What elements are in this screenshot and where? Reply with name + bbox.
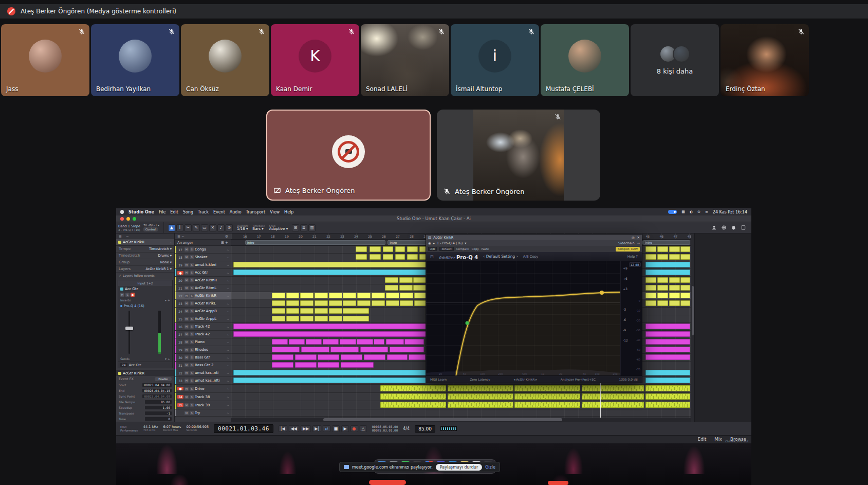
mute-button[interactable]: M	[184, 278, 189, 282]
audio-clip[interactable]	[657, 293, 668, 298]
event-inspector-header[interactable]: AcGtr KirikR	[116, 370, 174, 376]
track-lane[interactable]: Track 38Track 38Track 38Track 38Track 38	[231, 393, 691, 401]
solo-button[interactable]: S	[190, 247, 194, 252]
audio-clip[interactable]	[669, 277, 680, 283]
track-lane[interactable]: DriveDriveDriveDriveDrive	[231, 385, 691, 393]
audio-clip[interactable]: umut kas..nfti	[233, 378, 430, 383]
solo-button[interactable]: S	[190, 325, 194, 329]
close-plugin-icon[interactable]: ✕	[637, 236, 640, 240]
menu-audio[interactable]: Audio	[230, 210, 242, 214]
drag-handle-icon[interactable]: ▤	[428, 236, 431, 240]
tool-button[interactable]: ⊙	[226, 224, 233, 231]
mute-button[interactable]: M	[184, 309, 189, 313]
track-row-acgtr-kirikr[interactable]: 22MSAcGtr KirikR~	[175, 292, 231, 300]
audio-clip[interactable]	[383, 254, 393, 260]
track-list-header[interactable]: ≣ ~⚙	[175, 233, 231, 240]
help-button[interactable]: Help ?	[627, 255, 638, 259]
audio-clip[interactable]: Bass Gtr	[272, 354, 293, 360]
volume-icon[interactable]: ◐	[690, 210, 693, 214]
track-row-piano[interactable]: 28MSPiano~	[175, 338, 231, 346]
audio-clip[interactable]: Bass Gtr 2	[341, 362, 374, 368]
audio-clip[interactable]	[400, 300, 413, 306]
eq-band-node-yellow[interactable]	[600, 291, 604, 295]
audio-clip[interactable]	[669, 300, 680, 306]
audio-clip[interactable]	[645, 254, 656, 260]
stop-sharing-button[interactable]: Paylaşmayı durdur	[436, 464, 482, 471]
inspector-row[interactable]: GroupNone ▾	[116, 259, 174, 266]
fabfilter-bottom-item[interactable]: MIDI Learn	[430, 378, 447, 381]
sends-header[interactable]: Sends▾ +	[118, 356, 172, 362]
audio-clip[interactable]	[272, 308, 285, 314]
audio-clip[interactable]	[645, 293, 656, 298]
audio-clip[interactable]	[645, 285, 656, 291]
audio-clip[interactable]	[399, 285, 413, 291]
mute-button[interactable]: M	[184, 379, 189, 383]
track-row-umut-k-kleri[interactable]: 19MSumut k.kleri~	[175, 261, 231, 269]
stop-button[interactable]: ■	[332, 425, 340, 432]
audio-clip[interactable]: Piano	[306, 339, 322, 345]
audio-clip[interactable]	[395, 254, 405, 260]
hide-share-bar-button[interactable]: Gizle	[485, 465, 495, 470]
meet-control-partial[interactable]	[548, 481, 568, 485]
screen-share[interactable]: Studio OneFileEditSongTrackEventAudioTra…	[116, 208, 751, 474]
audio-clip[interactable]	[315, 308, 328, 314]
layers-follow-checkbox[interactable]: ✓ Layers follow events	[116, 273, 174, 278]
solo-button[interactable]: S	[190, 387, 194, 391]
solo-button[interactable]: S	[190, 340, 194, 344]
event-field-row[interactable]: End00025.04.04.15	[116, 388, 174, 393]
mute-button[interactable]: M	[184, 263, 189, 267]
track-row-acgtr-ritmr[interactable]: 20MSAcGtr RitmR~	[175, 277, 231, 284]
channel-fader[interactable]	[122, 310, 168, 355]
track-row-acc-gtr[interactable]: ●MSAcc Gtr~	[175, 269, 231, 277]
audio-clip[interactable]: umut k.kleri	[233, 262, 430, 267]
solo-button[interactable]: S	[190, 403, 194, 407]
audio-clip[interactable]	[680, 293, 691, 298]
audio-clip[interactable]	[657, 277, 668, 283]
vscroll-thumb[interactable]	[692, 286, 694, 335]
control-center-icon[interactable]: ≡	[705, 210, 708, 214]
tool-button[interactable]: ▲	[168, 224, 175, 231]
audio-clip[interactable]	[645, 277, 656, 283]
audio-clip[interactable]: Rhodes	[390, 347, 424, 352]
audio-clip[interactable]	[329, 308, 342, 314]
audio-clip[interactable]: Bass Gtr	[645, 354, 691, 360]
audio-clip[interactable]: Bass Gtr	[387, 354, 408, 360]
menu-studio-one[interactable]: Studio One	[128, 210, 154, 214]
fabfilter-bottom-item[interactable]: ◂ AcGtr KirikR ▸	[513, 378, 537, 381]
plugin-slot-row[interactable]: ◉ ▸ 1 - Pro-Q 4 (16)▾ Sidechain →	[426, 240, 642, 246]
audio-clip[interactable]	[386, 293, 399, 298]
audio-clip[interactable]: umut kaa günl...	[645, 270, 691, 275]
plugin-copy-button[interactable]: Copy	[472, 247, 479, 250]
audio-clip[interactable]	[329, 316, 342, 321]
inspector-row[interactable]: TimestretchDrums ▾	[116, 253, 174, 259]
audio-clip[interactable]	[669, 293, 680, 298]
fabfilter-bottom-item[interactable]: Analyzer Pre+Post+SC	[561, 378, 596, 381]
audio-clip[interactable]: Track 39	[582, 402, 644, 408]
solo-button[interactable]: S	[190, 294, 194, 298]
fabfilter-bottom-item[interactable]: Zero Latency	[470, 378, 490, 381]
record-arm-button[interactable]: ●	[131, 293, 135, 297]
participant-tile[interactable]: Bedirhan Yayılkan	[91, 24, 179, 96]
track-row-rhodes[interactable]: 29MSRhodes~	[175, 346, 231, 354]
list-view-icon[interactable]: ≣	[300, 224, 307, 231]
mute-button[interactable]: M	[184, 387, 189, 391]
meet-control-partial[interactable]	[369, 480, 406, 485]
audio-clip[interactable]	[356, 254, 367, 260]
track-row-conga[interactable]: 17MSConga~	[175, 246, 231, 254]
preset-selector[interactable]: ‹ Default Setting ›	[483, 254, 518, 259]
presentation-tile[interactable]: Ateş Berker Öngören	[266, 110, 431, 201]
audio-clip[interactable]	[286, 293, 300, 298]
audio-clip[interactable]	[286, 316, 300, 321]
audio-clip[interactable]	[386, 300, 399, 306]
participant-tile[interactable]: Mustafa ÇELEBİ	[541, 24, 629, 96]
record-button[interactable]: ●	[350, 425, 358, 432]
track-row-umut-kas-nti[interactable]: 32MSumut kas..nti~	[175, 369, 231, 377]
mute-button[interactable]: M	[184, 411, 189, 415]
plugin-slot-name[interactable]: 1 - Pro-Q 4 (16)	[437, 241, 463, 245]
audio-clip[interactable]	[343, 300, 356, 306]
play-button[interactable]: ▶	[341, 425, 348, 432]
insert-plugin-proq4[interactable]: Pro-Q 4 (16)	[118, 303, 172, 309]
menu-view[interactable]: View	[270, 210, 280, 214]
screen-recording-indicator[interactable]	[668, 210, 677, 214]
event-field-row[interactable]: Sync Point00023.04.04.08	[116, 393, 174, 399]
